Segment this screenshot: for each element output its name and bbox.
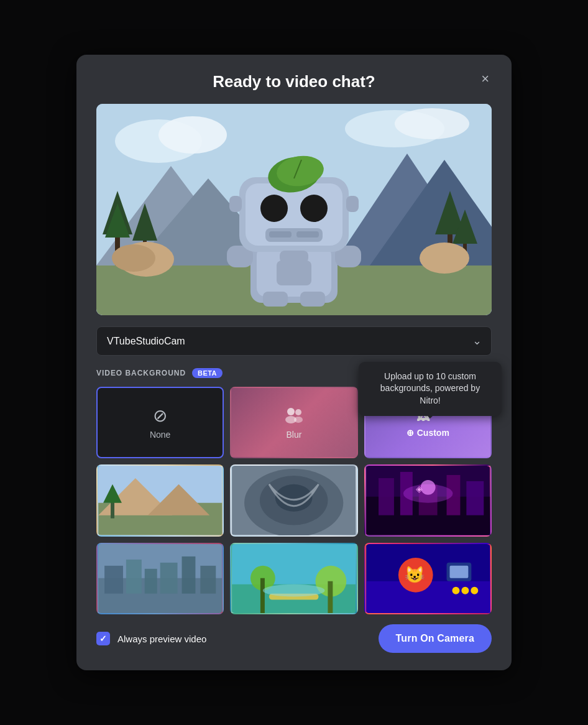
svg-rect-40 [277,261,311,285]
video-preview [96,104,492,315]
svg-point-30 [260,195,288,222]
svg-rect-72 [160,563,178,594]
bg-custom-label: Custom [417,428,449,438]
checkmark-icon: ✓ [99,634,107,644]
svg-point-43 [287,408,295,415]
svg-rect-70 [126,560,142,594]
svg-rect-33 [269,231,292,238]
svg-rect-41 [263,292,288,307]
svg-point-4 [395,108,469,139]
bg-thumb-1-image [98,466,223,535]
svg-rect-69 [104,566,123,594]
svg-rect-42 [300,292,325,307]
svg-rect-73 [182,556,196,594]
svg-point-89 [452,586,459,594]
bg-none-label: None [150,430,170,440]
modal-header: Ready to video chat? × [96,72,492,91]
blur-people-icon [283,406,305,423]
bg-option-thumb-2[interactable] [230,464,357,536]
svg-point-20 [112,244,155,272]
svg-point-31 [300,195,328,222]
svg-rect-71 [145,569,157,594]
svg-text:◈: ◈ [415,484,422,494]
svg-rect-63 [466,481,484,515]
footer-row: ✓ Always preview video Turn On Camera [96,624,492,653]
bg-option-thumb-3[interactable]: ◈ [364,464,492,536]
svg-rect-34 [296,231,319,238]
svg-rect-28 [229,196,242,212]
video-background-section: VIDEO BACKGROUND BETA Upload up to 10 cu… [96,368,492,614]
bg-option-blur[interactable]: Blur [230,387,357,458]
bg-option-thumb-1[interactable] [96,464,224,536]
turn-on-camera-button[interactable]: Turn On Camera [379,624,492,653]
svg-rect-80 [260,578,265,613]
svg-point-90 [461,586,469,594]
svg-point-91 [471,586,478,594]
always-preview-label[interactable]: ✓ Always preview video [96,632,206,645]
bg-thumb-2-image [231,466,356,535]
ban-icon: ⊘ [153,405,167,426]
svg-point-2 [158,116,227,154]
always-preview-text: Always preview video [117,634,206,644]
svg-rect-74 [200,566,216,594]
svg-point-46 [294,417,303,423]
beta-badge: BETA [192,368,223,378]
bg-blur-label: Blur [287,430,302,440]
section-label: VIDEO BACKGROUND [96,369,186,377]
camera-select-wrapper: VTubeStudioCam Default Camera OBS Virtua… [96,326,492,356]
svg-text:😺: 😺 [404,565,425,584]
svg-rect-88 [449,566,468,578]
svg-point-45 [295,409,301,415]
bg-thumb-4-image [98,544,223,613]
svg-rect-78 [328,581,333,613]
modal-title: Ready to video chat? [213,72,375,91]
tooltip-bubble: Upload up to 10 custom backgrounds, powe… [359,362,502,416]
custom-cam-icon: ⊕ [407,428,414,438]
always-preview-checkbox[interactable]: ✓ [96,632,110,645]
svg-point-82 [263,584,325,596]
bg-option-thumb-4[interactable] [96,543,224,614]
avatar-scene [96,104,492,315]
svg-point-21 [420,242,469,274]
bg-option-thumb-5[interactable] [230,543,357,614]
bg-thumb-5-image [231,544,356,613]
svg-rect-29 [346,196,359,212]
bg-option-none[interactable]: ⊘ None [96,387,224,458]
svg-rect-59 [379,478,394,515]
close-button[interactable]: × [479,70,492,88]
camera-select[interactable]: VTubeStudioCam Default Camera OBS Virtua… [96,326,492,356]
svg-point-56 [275,484,313,512]
bg-thumb-6-image: 😺 [365,544,490,613]
bg-option-thumb-6[interactable]: 😺 [364,543,492,614]
svg-point-65 [420,480,435,495]
video-chat-modal: Ready to video chat? × [76,55,512,670]
bg-thumb-3-image: ◈ [365,466,490,535]
